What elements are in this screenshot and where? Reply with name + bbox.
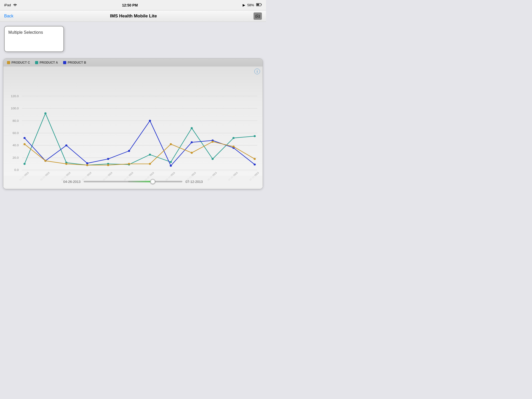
svg-rect-7 — [257, 14, 258, 15]
svg-point-42 — [170, 161, 172, 163]
slider-thumb[interactable] — [150, 179, 155, 184]
svg-point-53 — [149, 120, 151, 122]
svg-point-45 — [232, 137, 235, 139]
legend-color-c — [7, 61, 10, 64]
info-button[interactable]: i — [254, 69, 260, 74]
svg-text:120.0: 120.0 — [11, 94, 19, 98]
selections-box[interactable]: Multiple Selections — [4, 26, 64, 52]
svg-text:60.0: 60.0 — [12, 131, 19, 135]
svg-point-44 — [211, 158, 214, 160]
status-bar: iPad 12:50 PM ▶ 58% — [0, 0, 266, 10]
camera-button[interactable] — [254, 12, 262, 20]
wifi-icon — [13, 3, 17, 7]
svg-text:100.0: 100.0 — [11, 107, 19, 110]
svg-text:0.0: 0.0 — [14, 168, 19, 172]
svg-rect-3 — [256, 4, 259, 6]
svg-text:40.0: 40.0 — [12, 144, 19, 147]
svg-point-36 — [44, 112, 46, 115]
status-right: ▶ 58% — [243, 3, 262, 7]
svg-point-47 — [23, 137, 25, 139]
svg-point-67 — [191, 152, 193, 154]
svg-point-41 — [149, 154, 151, 156]
svg-point-43 — [191, 127, 193, 129]
back-button[interactable]: Back — [4, 14, 14, 18]
svg-point-70 — [254, 158, 256, 160]
legend-item-b: PRODUCT B — [63, 61, 86, 64]
svg-point-63 — [107, 164, 109, 166]
slider-fill — [128, 181, 153, 182]
svg-point-50 — [86, 162, 88, 164]
svg-point-35 — [23, 163, 25, 165]
status-left: iPad — [4, 3, 17, 7]
nav-bar: Back IMS Health Mobile Lite — [0, 10, 266, 22]
nav-title: IMS Health Mobile Lite — [110, 14, 157, 19]
chart-container: PRODUCT C PRODUCT A PRODUCT B i — [3, 58, 263, 189]
slider-bar: 04-26-2013 07-12-2013 — [3, 176, 263, 187]
svg-point-60 — [44, 160, 46, 162]
selections-label: Multiple Selections — [8, 30, 43, 35]
svg-point-46 — [254, 135, 256, 137]
svg-point-64 — [128, 163, 130, 165]
slider-end-date: 07-12-2013 — [185, 180, 203, 184]
legend-label-a: PRODUCT A — [39, 61, 58, 64]
svg-point-58 — [254, 163, 256, 165]
slider-start-date: 04-26-2013 — [63, 180, 81, 184]
chart-area: i 0.0 20.0 40.0 60.0 — [3, 66, 263, 187]
svg-point-65 — [149, 163, 151, 165]
svg-rect-2 — [261, 4, 262, 5]
legend-item-c: PRODUCT C — [7, 61, 30, 64]
device-label: iPad — [4, 3, 11, 7]
svg-point-52 — [128, 150, 130, 152]
battery-label: 58% — [247, 3, 254, 7]
svg-text:20.0: 20.0 — [12, 156, 19, 159]
svg-point-62 — [86, 164, 88, 166]
slider-track[interactable] — [84, 181, 182, 182]
legend-label-c: PRODUCT C — [11, 61, 30, 64]
svg-point-59 — [23, 143, 25, 145]
status-time: 12:50 PM — [122, 3, 138, 7]
svg-point-66 — [170, 143, 172, 145]
svg-point-54 — [170, 165, 172, 167]
svg-point-51 — [107, 158, 109, 160]
svg-point-6 — [257, 16, 258, 17]
legend-color-b — [63, 61, 66, 64]
svg-point-61 — [65, 163, 67, 165]
legend-item-a: PRODUCT A — [35, 61, 58, 64]
svg-point-0 — [15, 6, 15, 6]
svg-point-69 — [232, 146, 235, 148]
chart-legend: PRODUCT C PRODUCT A PRODUCT B — [3, 59, 263, 66]
svg-rect-8 — [3, 66, 263, 187]
legend-color-a — [35, 61, 38, 64]
svg-text:80.0: 80.0 — [12, 119, 19, 122]
location-icon: ▶ — [243, 3, 245, 7]
battery-icon — [256, 3, 262, 7]
svg-point-49 — [65, 144, 67, 147]
legend-label-b: PRODUCT B — [68, 61, 86, 64]
svg-point-68 — [211, 141, 214, 143]
svg-point-55 — [191, 141, 193, 143]
chart-svg: 0.0 20.0 40.0 60.0 80.0 100.0 120.0 04-2… — [3, 66, 263, 187]
